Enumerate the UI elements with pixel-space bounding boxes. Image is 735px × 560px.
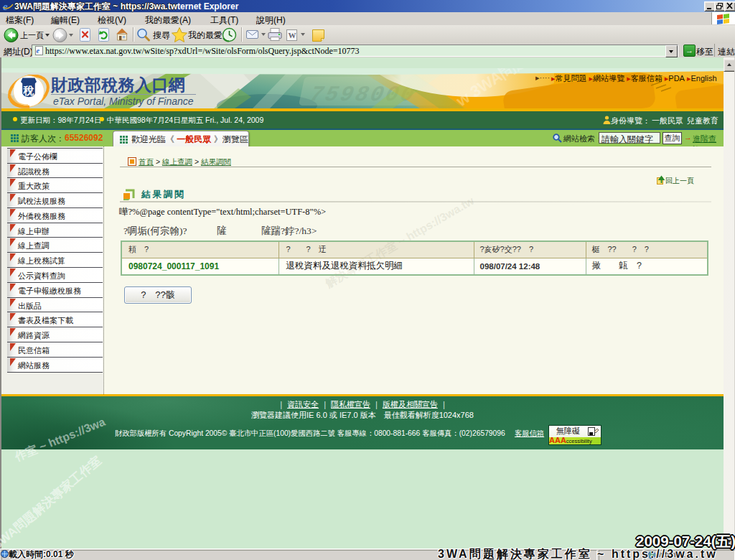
svg-text:我的最愛: 我的最愛 — [188, 30, 223, 40]
svg-text:稅: 稅 — [23, 84, 34, 96]
svg-text:e: e — [37, 47, 40, 55]
svg-text:e: e — [3, 1, 8, 12]
svg-text:W: W — [289, 31, 296, 39]
svg-text:搜尋: 搜尋 — [153, 30, 170, 40]
svg-text:上一頁: 上一頁 — [20, 31, 44, 39]
